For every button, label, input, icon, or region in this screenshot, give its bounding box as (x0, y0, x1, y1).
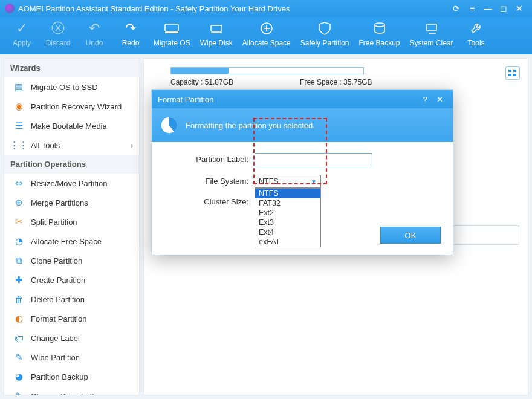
sidebar-item-label: Allocate Free Space (31, 237, 102, 246)
drive-icon (154, 21, 190, 36)
sidebar-item-recovery[interactable]: ◉Partition Recovery Wizard (4, 97, 139, 116)
wipe-disk-button[interactable]: Wipe Disk (195, 17, 238, 54)
fs-option-ext3[interactable]: Ext3 (255, 218, 320, 227)
svg-rect-2 (211, 25, 222, 31)
sidebar: Wizards ▤Migrate OS to SSD ◉Partition Re… (4, 58, 140, 395)
refresh-icon[interactable]: ⟳ (449, 4, 464, 13)
sidebar-item-backup[interactable]: ◕Partition Backup (4, 367, 139, 386)
apply-button[interactable]: ✓Apply (4, 17, 40, 54)
ssd-icon: ▤ (13, 82, 25, 92)
capacity-bar: Capacity : 51.87GB Free Space : 35.75GB (170, 67, 501, 86)
sidebar-item-label: Clone Partition (31, 256, 82, 265)
redo-button[interactable]: ↷Redo (112, 17, 149, 54)
fs-option-exfat[interactable]: exFAT (255, 237, 320, 247)
ops-header: Partition Operations (4, 155, 139, 174)
sidebar-item-split[interactable]: ✂Split Partition (4, 212, 139, 232)
format-icon: ◐ (13, 313, 25, 324)
sidebar-item-merge[interactable]: ⊕Merge Partitions (4, 193, 139, 212)
sidebar-item-bootable[interactable]: ☰Make Bootable Media (4, 116, 139, 135)
sidebar-item-label: Merge Partitions (31, 198, 88, 207)
resize-icon: ⇔ (13, 178, 25, 189)
svg-rect-8 (427, 24, 436, 31)
undo-button[interactable]: ↶Undo (76, 17, 112, 54)
database-icon (358, 21, 400, 36)
grid-icon: ⋮⋮ (13, 140, 25, 151)
wizards-header: Wizards (4, 59, 139, 77)
dialog-close-button[interactable]: ✕ (432, 95, 447, 104)
cancel-icon: ⓧ (45, 21, 71, 36)
svg-rect-1 (165, 32, 178, 33)
usage-progress (170, 67, 364, 74)
maximize-button[interactable]: ◻ (496, 4, 511, 13)
sidebar-item-label[interactable]: 🏷Change Label (4, 328, 139, 348)
dialog-titlebar[interactable]: Format Partition ? ✕ (152, 90, 453, 108)
merge-icon: ⊕ (13, 197, 25, 208)
wrench-icon (463, 21, 490, 36)
freespace-label: Free Space : 35.75GB (300, 78, 372, 86)
sidebar-item-allocate[interactable]: ◔Allocate Free Space (4, 232, 139, 251)
filesystem-selected[interactable]: NTFS▼ (255, 175, 321, 188)
discard-button[interactable]: ⓧDiscard (40, 17, 76, 54)
sidebar-item-label: Partition Backup (31, 372, 88, 381)
sidebar-item-migrate-ssd[interactable]: ▤Migrate OS to SSD (4, 77, 139, 97)
sidebar-item-all-tools[interactable]: ⋮⋮All Tools› (4, 135, 139, 155)
dialog-help-button[interactable]: ? (418, 95, 432, 104)
ok-button[interactable]: OK (380, 227, 441, 244)
usage-fill (171, 68, 229, 74)
sidebar-item-wipe[interactable]: ✎Wipe Partition (4, 348, 139, 367)
check-icon: ✓ (8, 21, 35, 36)
sidebar-item-format[interactable]: ◐Format Partition (4, 309, 139, 328)
sidebar-item-driveletter[interactable]: ✎Change Drive Letter (4, 386, 139, 395)
free-backup-button[interactable]: Free Backup (354, 17, 404, 54)
sidebar-item-label: Resize/Move Partition (31, 179, 107, 188)
dialog-body: Partition Label: File System: NTFS▼ NTFS… (152, 142, 453, 227)
allocate-space-button[interactable]: Allocate Space (238, 17, 296, 54)
split-icon: ✂ (13, 216, 25, 227)
svg-rect-13 (513, 74, 516, 76)
circle-plus-icon (242, 21, 291, 36)
tag-icon: 🏷 (13, 332, 25, 343)
dropdown-arrow-icon: ▼ (311, 178, 317, 185)
allocate-icon: ◔ (13, 236, 25, 247)
sidebar-item-resize[interactable]: ⇔Resize/Move Partition (4, 174, 139, 193)
undo-icon: ↶ (81, 21, 108, 36)
minimize-button[interactable]: — (480, 4, 496, 13)
sidebar-item-label: Change Label (31, 334, 80, 343)
sidebar-item-delete[interactable]: 🗑Delete Partition (4, 290, 139, 309)
partition-label-input[interactable] (255, 153, 372, 167)
svg-rect-10 (508, 70, 511, 72)
fs-option-ntfs[interactable]: NTFS (255, 189, 320, 198)
close-button[interactable]: ✕ (511, 4, 527, 13)
sidebar-item-clone[interactable]: ⧉Clone Partition (4, 251, 139, 270)
system-clear-button[interactable]: System Clear (405, 17, 458, 54)
view-toggle-button[interactable] (505, 66, 520, 80)
sidebar-item-label: Delete Partition (31, 295, 85, 304)
fs-option-fat32[interactable]: FAT32 (255, 198, 320, 208)
filesystem-dropdown: NTFS FAT32 Ext2 Ext3 Ext4 exFAT (255, 188, 321, 247)
menu-icon[interactable]: ≡ (464, 4, 480, 13)
sidebar-item-label: Format Partition (31, 314, 86, 323)
tools-button[interactable]: Tools (458, 17, 495, 54)
eraser-icon (200, 21, 233, 36)
dialog-title: Format Partition (158, 95, 213, 104)
svg-rect-12 (508, 74, 511, 76)
brush-icon: ✎ (13, 352, 25, 363)
pie-icon: ◕ (13, 371, 25, 382)
safely-partition-button[interactable]: Safely Partition (296, 17, 354, 54)
plus-icon: ✚ (13, 274, 25, 285)
dialog-banner: Formatting the partition you selected. (152, 108, 453, 142)
trash-icon: 🗑 (13, 294, 25, 305)
main-toolbar: ✓Apply ⓧDiscard ↶Undo ↷Redo Migrate OS W… (0, 17, 532, 54)
pencil-icon: ✎ (13, 391, 25, 395)
filesystem-combo[interactable]: NTFS▼ NTFS FAT32 Ext2 Ext3 Ext4 exFAT (255, 175, 321, 188)
svg-rect-0 (165, 24, 178, 31)
migrate-os-button[interactable]: Migrate OS (149, 17, 195, 54)
dialog-subtitle: Formatting the partition you selected. (186, 121, 315, 130)
fs-option-ext4[interactable]: Ext4 (255, 227, 320, 237)
fs-option-ext2[interactable]: Ext2 (255, 208, 320, 218)
format-partition-dialog: Format Partition ? ✕ Formatting the part… (151, 89, 453, 255)
usb-icon: ☰ (13, 120, 25, 131)
shield-icon (300, 21, 349, 36)
partition-label-label: Partition Label: (164, 153, 255, 164)
sidebar-item-create[interactable]: ✚Create Partition (4, 270, 139, 290)
